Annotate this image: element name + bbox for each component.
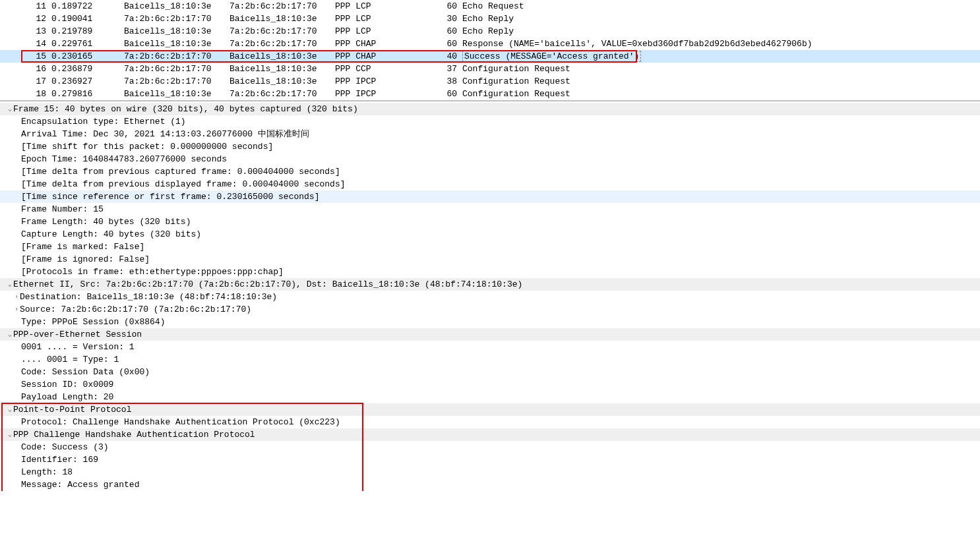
col-info: Echo Reply bbox=[457, 13, 980, 25]
col-info: Echo Request bbox=[457, 0, 980, 13]
chevron-down-icon: ⌄ bbox=[7, 428, 13, 441]
detail-line[interactable]: ›Source: 7a:2b:6c:2b:17:70 (7a:2b:6c:2b:… bbox=[0, 303, 980, 316]
detail-line[interactable]: 0001 .... = Version: 1 bbox=[0, 341, 980, 353]
detail-line[interactable]: Arrival Time: Dec 30, 2021 14:13:03.2607… bbox=[0, 128, 980, 140]
packet-row[interactable]: 150.2301657a:2b:6c:2b:17:70Baicells_18:1… bbox=[0, 50, 980, 63]
col-protocol: PPP CCP bbox=[335, 63, 437, 75]
col-destination: Baicells_18:10:3e bbox=[230, 75, 335, 88]
col-destination: Baicells_18:10:3e bbox=[230, 50, 335, 63]
detail-line[interactable]: Frame Length: 40 bytes (320 bits) bbox=[0, 216, 980, 228]
col-time: 0.229761 bbox=[46, 38, 124, 50]
detail-line[interactable]: Type: PPPoE Session (0x8864) bbox=[0, 316, 980, 328]
detail-line[interactable]: Payload Length: 20 bbox=[0, 391, 980, 403]
detail-line[interactable]: Code: Session Data (0x00) bbox=[0, 366, 980, 378]
col-destination: 7a:2b:6c:2b:17:70 bbox=[230, 25, 335, 38]
chevron-down-icon: ⌄ bbox=[7, 103, 13, 115]
col-length: 37 bbox=[437, 63, 457, 75]
col-time: 0.236927 bbox=[46, 75, 124, 88]
ethernet-header[interactable]: ⌄Ethernet II, Src: 7a:2b:6c:2b:17:70 (7a… bbox=[0, 278, 980, 291]
packet-row[interactable]: 120.1900417a:2b:6c:2b:17:70Baicells_18:1… bbox=[0, 13, 980, 25]
col-destination: 7a:2b:6c:2b:17:70 bbox=[230, 0, 335, 13]
col-length: 30 bbox=[437, 13, 457, 25]
detail-line[interactable]: Session ID: 0x0009 bbox=[0, 378, 980, 391]
detail-line[interactable]: [Frame is ignored: False] bbox=[0, 253, 980, 266]
packet-row[interactable]: 160.2368797a:2b:6c:2b:17:70Baicells_18:1… bbox=[0, 63, 980, 75]
col-info: Response (NAME='baicells', VALUE=0xebd36… bbox=[457, 38, 980, 50]
col-length: 40 bbox=[437, 50, 457, 63]
pppoe-header[interactable]: ⌄PPP-over-Ethernet Session bbox=[0, 328, 980, 341]
col-info: Success (MESSAGE='Access granted') bbox=[457, 50, 980, 63]
col-info: Configuration Request bbox=[457, 88, 980, 100]
detail-line[interactable]: [Frame is marked: False] bbox=[0, 241, 980, 253]
detail-line[interactable]: Message: Access granted bbox=[0, 478, 980, 491]
col-info: Configuration Request bbox=[457, 63, 980, 75]
col-source: Baicells_18:10:3e bbox=[124, 38, 230, 50]
col-length: 60 bbox=[437, 25, 457, 38]
col-no: 11 bbox=[26, 0, 46, 13]
col-time: 0.219789 bbox=[46, 25, 124, 38]
col-destination: Baicells_18:10:3e bbox=[230, 63, 335, 75]
detail-line[interactable]: ›Destination: Baicells_18:10:3e (48:bf:7… bbox=[0, 291, 980, 303]
col-source: 7a:2b:6c:2b:17:70 bbox=[124, 13, 230, 25]
detail-line[interactable]: Length: 18 bbox=[0, 466, 980, 478]
detail-line[interactable]: Protocol: Challenge Handshake Authentica… bbox=[0, 416, 980, 428]
detail-line[interactable]: [Time delta from previous displayed fram… bbox=[0, 178, 980, 190]
col-time: 0.190041 bbox=[46, 13, 124, 25]
detail-line[interactable]: [Time since reference or first frame: 0.… bbox=[0, 190, 980, 203]
detail-line[interactable]: [Time delta from previous captured frame… bbox=[0, 165, 980, 178]
col-no: 14 bbox=[26, 38, 46, 50]
col-info: Configuration Request bbox=[457, 75, 980, 88]
col-time: 0.189722 bbox=[46, 0, 124, 13]
col-no: 18 bbox=[26, 88, 46, 100]
col-destination: Baicells_18:10:3e bbox=[230, 13, 335, 25]
col-no: 12 bbox=[26, 13, 46, 25]
col-protocol: PPP IPCP bbox=[335, 75, 437, 88]
packet-row[interactable]: 140.229761Baicells_18:10:3e7a:2b:6c:2b:1… bbox=[0, 38, 980, 50]
col-source: Baicells_18:10:3e bbox=[124, 0, 230, 13]
frame-header[interactable]: ⌄Frame 15: 40 bytes on wire (320 bits), … bbox=[0, 103, 980, 115]
col-length: 60 bbox=[437, 0, 457, 13]
col-no: 13 bbox=[26, 25, 46, 38]
col-protocol: PPP LCP bbox=[335, 0, 437, 13]
col-no: 15 bbox=[26, 50, 46, 63]
detail-line[interactable]: Epoch Time: 1640844783.260776000 seconds bbox=[0, 153, 980, 165]
ppp-header[interactable]: ⌄Point-to-Point Protocol bbox=[0, 403, 980, 416]
detail-line[interactable]: Identifier: 169 bbox=[0, 453, 980, 466]
col-info: Echo Reply bbox=[457, 25, 980, 38]
col-source: Baicells_18:10:3e bbox=[124, 25, 230, 38]
col-time: 0.279816 bbox=[46, 88, 124, 100]
col-length: 60 bbox=[437, 88, 457, 100]
packet-details[interactable]: ⌄Frame 15: 40 bytes on wire (320 bits), … bbox=[0, 101, 980, 491]
detail-line[interactable]: Frame Number: 15 bbox=[0, 203, 980, 216]
detail-line[interactable]: [Time shift for this packet: 0.000000000… bbox=[0, 140, 980, 153]
col-source: Baicells_18:10:3e bbox=[124, 88, 230, 100]
chevron-down-icon: ⌄ bbox=[7, 403, 13, 416]
packet-row[interactable]: 130.219789Baicells_18:10:3e7a:2b:6c:2b:1… bbox=[0, 25, 980, 38]
chevron-right-icon: › bbox=[13, 291, 20, 303]
col-protocol: PPP LCP bbox=[335, 13, 437, 25]
col-source: 7a:2b:6c:2b:17:70 bbox=[124, 63, 230, 75]
col-source: 7a:2b:6c:2b:17:70 bbox=[124, 75, 230, 88]
col-protocol: PPP LCP bbox=[335, 25, 437, 38]
col-protocol: PPP IPCP bbox=[335, 88, 437, 100]
packet-row[interactable]: 180.279816Baicells_18:10:3e7a:2b:6c:2b:1… bbox=[0, 88, 980, 100]
col-time: 0.236879 bbox=[46, 63, 124, 75]
col-length: 38 bbox=[437, 75, 457, 88]
chap-header[interactable]: ⌄PPP Challenge Handshake Authentication … bbox=[0, 428, 980, 441]
chevron-down-icon: ⌄ bbox=[7, 328, 13, 341]
detail-line[interactable]: .... 0001 = Type: 1 bbox=[0, 353, 980, 366]
col-length: 60 bbox=[437, 38, 457, 50]
detail-line[interactable]: [Protocols in frame: eth:ethertype:pppoe… bbox=[0, 266, 980, 278]
packet-list[interactable]: 110.189722Baicells_18:10:3e7a:2b:6c:2b:1… bbox=[0, 0, 980, 101]
chevron-right-icon: › bbox=[13, 303, 20, 316]
detail-line[interactable]: Encapsulation type: Ethernet (1) bbox=[0, 115, 980, 128]
packet-row[interactable]: 170.2369277a:2b:6c:2b:17:70Baicells_18:1… bbox=[0, 75, 980, 88]
detail-line[interactable]: Capture Length: 40 bytes (320 bits) bbox=[0, 228, 980, 241]
col-protocol: PPP CHAP bbox=[335, 38, 437, 50]
detail-line[interactable]: Code: Success (3) bbox=[0, 441, 980, 453]
col-no: 16 bbox=[26, 63, 46, 75]
packet-row[interactable]: 110.189722Baicells_18:10:3e7a:2b:6c:2b:1… bbox=[0, 0, 980, 13]
col-no: 17 bbox=[26, 75, 46, 88]
col-source: 7a:2b:6c:2b:17:70 bbox=[124, 50, 230, 63]
chevron-down-icon: ⌄ bbox=[7, 278, 13, 291]
